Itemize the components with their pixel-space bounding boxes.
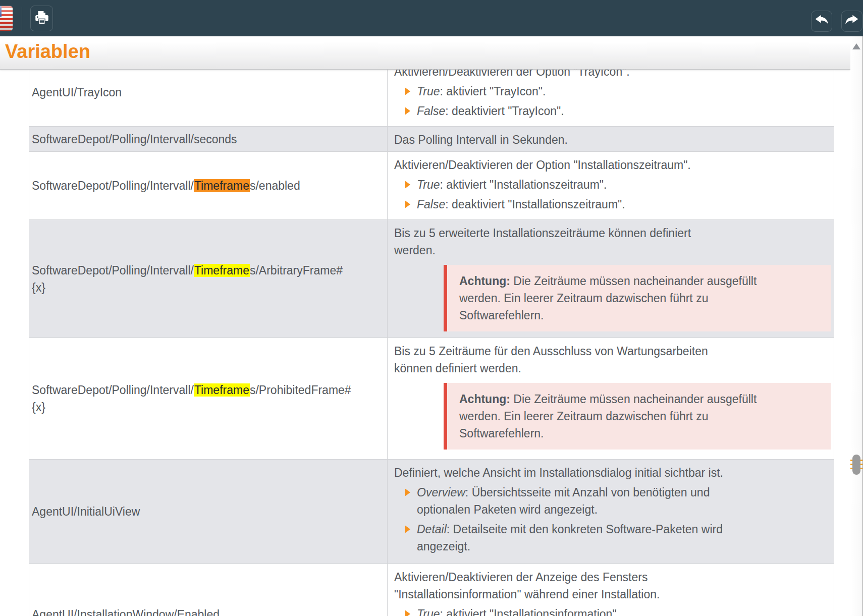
description-text: Das Polling Intervall in Sekunden. [394,131,831,148]
description-text: Bis zu 5 erweiterte Installationszeiträu… [394,225,831,259]
bullet-item: False: deaktiviert "TrayIcon". [405,102,831,120]
bullet-item: Overview: Übersichtsseite mit Anzahl von… [405,484,831,518]
bullet-arrow-icon [405,181,410,189]
description-text: Aktivieren/Deaktivieren der Anzeige des … [394,569,831,603]
warning-box: Achtung: Die Zeiträume müssen nacheinand… [444,265,831,331]
variable-description-cell: Bis zu 5 Zeiträume für den Ausschluss vo… [388,338,834,460]
variable-name-cell: SoftwareDepot/Polling/Intervall/Timefram… [29,220,388,338]
bullet-item: False: deaktiviert "Installationszeitrau… [405,196,831,213]
variable-description-cell: Aktivieren/Deaktivieren der Anzeige des … [388,564,834,616]
search-highlight-match: Timeframe [194,383,250,397]
table-row: SoftwareDepot/Polling/Intervall/Timefram… [29,152,834,220]
description-text: Definiert, welche Ansicht im Installatio… [394,464,831,481]
variable-description-cell: Bis zu 5 erweiterte Installationszeiträu… [388,220,834,338]
arrow-forward-icon [844,12,860,30]
bullet-item: True: aktiviert "Installationszeitraum". [405,176,831,193]
toolbar-separator [22,7,22,30]
bullet-text: Overview: Übersichtsseite mit Anzahl von… [417,484,710,518]
warning-box: Achtung: Die Zeiträume müssen nacheinand… [444,383,831,450]
variable-name-cell: SoftwareDepot/Polling/Intervall/seconds [29,127,388,152]
print-button[interactable] [30,6,53,31]
bullet-arrow-icon [405,488,410,496]
table-row: AgentUI/InstallationWindow/EnabledAktivi… [29,564,834,616]
search-highlight-current: Timeframe [194,179,250,192]
scrollbar-up-arrow-icon[interactable] [852,43,860,49]
bullet-text: True: aktiviert "Installationsinformatio… [417,605,617,616]
bullet-arrow-icon [405,525,410,533]
variables-table-body: AgentUI/TrayIconAktivieren/Deaktivieren … [29,59,834,616]
variable-name-cell: SoftwareDepot/Polling/Intervall/Timefram… [29,338,388,460]
scrollbar-thumb[interactable] [852,455,860,475]
table-row: AgentUI/InitialUiViewDefiniert, welche A… [29,460,834,564]
bullet-text: Detail: Detailseite mit den konkreten So… [417,521,723,555]
variable-description-cell: Aktivieren/Deaktivieren der Option "Inst… [388,152,834,220]
variables-table: AgentUI/TrayIconAktivieren/Deaktivieren … [29,58,834,616]
variable-description-cell: Das Polling Intervall in Sekunden. [388,127,834,152]
variable-name-cell: AgentUI/InstallationWindow/Enabled [29,564,388,616]
table-row: SoftwareDepot/Polling/Intervall/Timefram… [29,338,834,460]
bullet-text: True: aktiviert "Installationszeitraum". [417,176,607,193]
toolbar [0,0,863,36]
bullet-arrow-icon [405,200,410,208]
table-row: SoftwareDepot/Polling/Intervall/secondsD… [29,127,834,152]
bullet-text: False: deaktiviert "Installationszeitrau… [417,196,625,213]
vertical-scrollbar[interactable] [850,36,863,616]
bullet-item: True: aktiviert "Installationsinformatio… [405,605,831,616]
variable-name-cell: AgentUI/InitialUiView [29,460,388,564]
language-flag-button[interactable] [0,6,13,31]
nav-forward-button[interactable] [841,11,862,32]
bullet-text: False: deaktiviert "TrayIcon". [417,102,564,120]
bullet-arrow-icon [405,87,410,95]
variable-name-cell: SoftwareDepot/Polling/Intervall/Timefram… [29,152,388,220]
bullet-item: Detail: Detailseite mit den konkreten So… [405,521,831,555]
bullet-item: True: aktiviert "TrayIcon". [405,83,831,100]
table-row: SoftwareDepot/Polling/Intervall/Timefram… [29,220,834,338]
description-text: Aktivieren/Deaktivieren der Option "Inst… [394,156,831,174]
bullet-text: True: aktiviert "TrayIcon". [417,83,546,100]
page-header: Variablen [0,36,850,70]
search-highlight-match: Timeframe [194,264,250,277]
printer-icon [33,9,51,29]
page-title: Variablen [0,36,850,63]
bullet-arrow-icon [405,107,410,115]
nav-back-button[interactable] [811,11,832,32]
description-text: Bis zu 5 Zeiträume für den Ausschluss vo… [394,343,831,377]
bullet-arrow-icon [405,610,410,616]
variable-description-cell: Definiert, welche Ansicht im Installatio… [388,460,834,564]
content-area: Variablen AgentUI/TrayIconAktivieren/Dea… [0,36,850,616]
us-flag-icon [0,6,13,31]
arrow-back-icon [814,12,830,30]
